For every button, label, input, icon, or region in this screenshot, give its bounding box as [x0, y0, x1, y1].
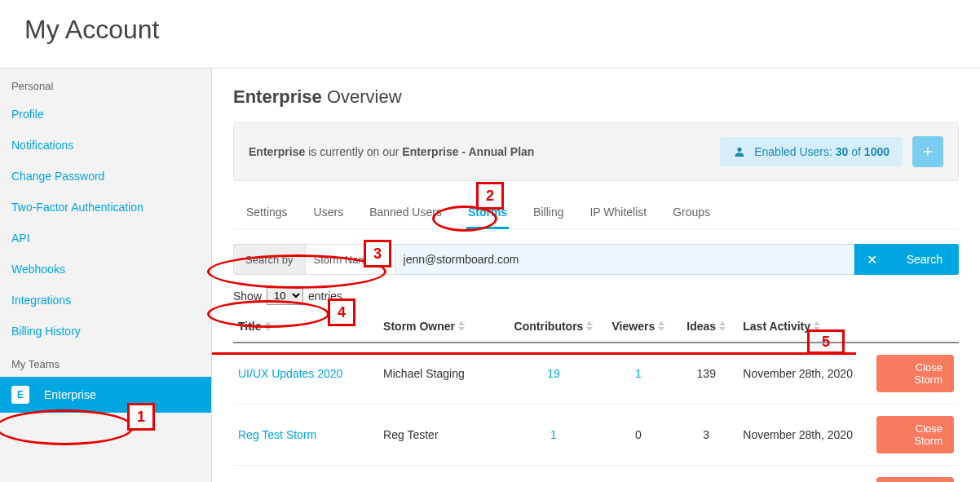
tab-storms[interactable]: Storms — [466, 199, 509, 228]
cell-owner: Sheryl Underwall — [378, 466, 505, 482]
plan-bar: Enterprise is currently on our Enterpris… — [233, 122, 959, 181]
svg-point-0 — [738, 148, 742, 152]
user-icon — [733, 145, 746, 158]
overview-title: Enterprise Overview — [233, 86, 959, 108]
show-entries-row: Show 10 entries — [233, 286, 959, 305]
cell-viewers[interactable]: 1 — [602, 343, 674, 405]
cell-ideas: 139 — [674, 343, 738, 405]
enabled-of: of — [848, 145, 863, 158]
tabs: Settings Users Banned Users Storms Billi… — [233, 199, 959, 229]
sidebar-item-integrations[interactable]: Integrations — [0, 285, 211, 316]
cell-title: UI/UX Updates 2020 — [233, 343, 378, 405]
close-storm-button[interactable]: Close Storm — [876, 355, 954, 392]
enabled-label: Enabled Users: — [754, 145, 836, 158]
search-by-select[interactable]: Storm Name — [306, 244, 395, 275]
cell-viewers: 0 — [602, 405, 674, 466]
page-header: My Account — [0, 0, 980, 69]
sidebar-item-webhooks[interactable]: Webhooks — [0, 254, 211, 285]
enabled-users-pill[interactable]: Enabled Users: 30 of 1000 — [720, 137, 903, 166]
show-label-post: entries — [308, 290, 342, 303]
cell-title: Agile Scrum Kanban — [233, 466, 378, 482]
plus-icon — [921, 145, 934, 158]
cell-last-activity: November 28th, 2020 — [738, 466, 872, 482]
col-contributors[interactable]: Contributors — [505, 313, 603, 343]
col-owner[interactable]: Storm Owner — [378, 313, 505, 343]
storms-table: Title Storm Owner Contributors Viewers I… — [233, 313, 959, 482]
sidebar-item-two-factor[interactable]: Two-Factor Authentication — [0, 192, 211, 223]
sidebar-item-notifications[interactable]: Notifications — [0, 130, 211, 161]
storm-link[interactable]: UI/UX Updates 2020 — [238, 367, 342, 380]
cell-contributors[interactable]: 19 — [505, 343, 603, 405]
show-label-pre: Show — [233, 290, 262, 303]
sidebar: Personal Profile Notifications Change Pa… — [0, 69, 212, 482]
cell-viewers: 0 — [602, 466, 674, 482]
cell-ideas: 3 — [674, 405, 738, 466]
chevron-down-icon — [378, 255, 386, 263]
overview-title-strong: Enterprise — [233, 86, 322, 107]
plan-mid: is currently on our — [305, 145, 402, 158]
enabled-total: 1000 — [864, 145, 890, 158]
sidebar-item-profile[interactable]: Profile — [0, 99, 211, 130]
cell-last-activity: November 28th, 2020 — [738, 343, 872, 405]
search-input[interactable] — [395, 244, 854, 275]
storm-link[interactable]: Reg Test Storm — [238, 428, 316, 441]
table-row: UI/UX Updates 2020Michael Staging191139N… — [233, 343, 959, 405]
annotation-ellipse-1 — [0, 409, 134, 445]
plan-org: Enterprise — [249, 145, 305, 158]
close-storm-button[interactable]: Close Storm — [876, 477, 954, 482]
show-entries-select[interactable]: 10 — [267, 286, 303, 305]
search-by-label: Search by — [233, 244, 306, 275]
col-last-activity[interactable]: Last Activity — [738, 313, 872, 343]
col-viewers[interactable]: Viewers — [602, 313, 674, 343]
team-label: Enterprise — [44, 388, 96, 401]
col-title[interactable]: Title — [233, 313, 378, 343]
cell-ideas: 12 — [674, 466, 738, 482]
cell-owner: Reg Tester — [378, 405, 505, 466]
clear-search-button[interactable]: ✕ — [854, 244, 890, 275]
tab-billing[interactable]: Billing — [532, 199, 565, 228]
page-title: My Account — [24, 15, 956, 45]
sidebar-item-api[interactable]: API — [0, 223, 211, 254]
sidebar-item-billing-history[interactable]: Billing History — [0, 316, 211, 347]
add-user-button[interactable] — [912, 136, 943, 167]
sidebar-item-change-password[interactable]: Change Password — [0, 161, 211, 192]
plan-name: Enterprise - Annual Plan — [402, 145, 534, 158]
search-by-value: Storm Name — [314, 254, 373, 266]
cell-title: Reg Test Storm — [233, 405, 378, 466]
search-button[interactable]: Search — [890, 244, 959, 275]
col-actions — [872, 313, 959, 343]
main-content: Enterprise Overview Enterprise is curren… — [212, 69, 980, 482]
search-row: Search by Storm Name ✕ Search — [233, 244, 959, 275]
col-ideas[interactable]: Ideas — [674, 313, 738, 343]
cell-owner: Michael Staging — [378, 343, 505, 405]
sidebar-section-teams: My Teams — [0, 350, 211, 377]
tab-settings[interactable]: Settings — [245, 199, 289, 228]
team-badge: E — [11, 386, 29, 404]
close-storm-button[interactable]: Close Storm — [876, 416, 954, 453]
plan-text: Enterprise is currently on our Enterpris… — [249, 145, 534, 158]
overview-title-rest: Overview — [322, 86, 402, 107]
enabled-count: 30 — [836, 145, 849, 158]
cell-contributors[interactable]: 1 — [505, 466, 603, 482]
table-row: Reg Test StormReg Tester103November 28th… — [233, 405, 959, 466]
cell-last-activity: November 28th, 2020 — [738, 405, 872, 466]
tab-banned-users[interactable]: Banned Users — [368, 199, 444, 228]
tab-groups[interactable]: Groups — [671, 199, 712, 228]
tab-users[interactable]: Users — [312, 199, 346, 228]
sidebar-item-team-enterprise[interactable]: E Enterprise — [0, 377, 211, 413]
sidebar-section-personal: Personal — [0, 72, 211, 99]
table-row: Agile Scrum KanbanSheryl Underwall1012No… — [233, 466, 959, 482]
tab-ip-whitelist[interactable]: IP Whitelist — [588, 199, 648, 228]
cell-contributors[interactable]: 1 — [505, 405, 603, 466]
